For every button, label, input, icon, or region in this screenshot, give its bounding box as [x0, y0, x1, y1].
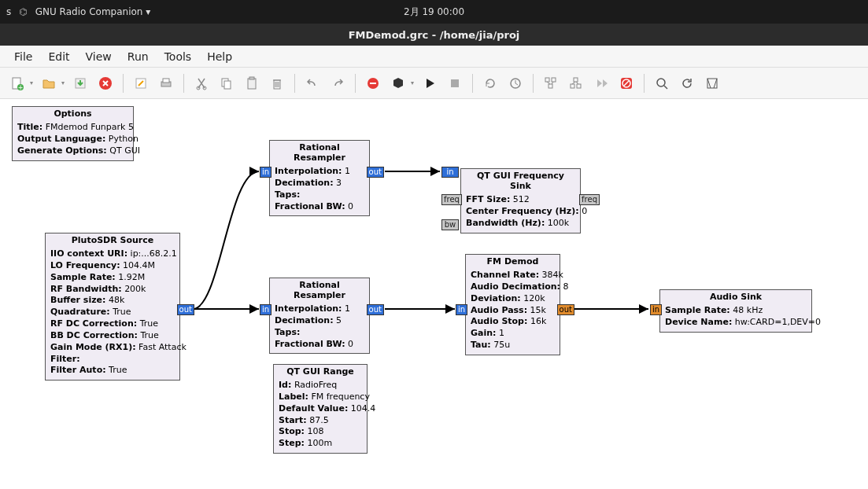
svg-rect-11 [224, 81, 231, 89]
redo-button[interactable] [327, 72, 349, 94]
clock[interactable]: 2月 19 00:00 [404, 6, 464, 19]
svg-rect-28 [574, 78, 578, 82]
activities-icon[interactable]: ⌬ [19, 6, 27, 17]
qt-gui-range-block[interactable]: QT GUI Range Id: RadioFreq Label: FM fre… [273, 364, 368, 454]
edit-button[interactable] [130, 72, 152, 94]
app-menu[interactable]: GNU Radio Companion ▾ [35, 6, 151, 17]
plutosdr-source-block[interactable]: PlutoSDR Source IIO context URI: ip:...6… [45, 233, 180, 381]
refresh-button[interactable] [676, 72, 698, 94]
generate-button[interactable] [504, 72, 526, 94]
block-title: Rational Resampler [270, 141, 369, 164]
fm-demod-block[interactable]: FM Demod Channel Rate: 384k Audio Decima… [465, 254, 560, 355]
audio-sink-block[interactable]: Audio Sink Sample Rate: 48 kHz Device Na… [659, 289, 812, 333]
toolbar: + ▾ ▾ ▾ [0, 68, 868, 99]
window-title: FMDemod.grc - /home/jia/proj [0, 24, 868, 46]
blocks-button[interactable] [387, 72, 409, 94]
delete-button[interactable] [266, 72, 288, 94]
menu-file[interactable]: File [6, 47, 40, 66]
error-button[interactable] [615, 72, 637, 94]
new-dropdown-icon[interactable]: ▾ [30, 79, 33, 86]
port-freq-in[interactable]: freq [441, 194, 462, 205]
svg-rect-12 [248, 79, 256, 89]
new-button[interactable]: + [6, 72, 28, 94]
terminal-button[interactable] [701, 72, 723, 94]
menu-run[interactable]: Run [120, 47, 157, 66]
block-title: PlutoSDR Source [46, 233, 179, 247]
menu-tools[interactable]: Tools [157, 47, 200, 66]
run-button[interactable] [419, 72, 441, 94]
open-dropdown-icon[interactable]: ▾ [61, 79, 65, 86]
menubar: File Edit View Run Tools Help [0, 46, 868, 68]
copy-button[interactable] [216, 72, 238, 94]
svg-rect-7 [163, 79, 169, 83]
svg-line-37 [664, 86, 667, 89]
qt-gui-freq-sink-block[interactable]: QT GUI Frequency Sink FFT Size: 512 Cent… [460, 168, 581, 233]
disable-button[interactable] [362, 72, 384, 94]
block-title: Rational Resampler [270, 278, 369, 302]
port-out[interactable]: out [557, 304, 574, 315]
svg-rect-25 [549, 84, 552, 88]
cut-button[interactable] [190, 72, 212, 94]
flowgraph-canvas[interactable]: Options Title: FMdemod Funpark 5 Output … [0, 99, 868, 489]
hier-button-1[interactable] [540, 72, 562, 94]
svg-rect-24 [552, 78, 556, 82]
port-out[interactable]: out [367, 167, 384, 178]
svg-rect-21 [451, 79, 459, 87]
block-title: QT GUI Frequency Sink [461, 169, 580, 193]
open-button[interactable] [38, 72, 60, 94]
rational-resampler-1-block[interactable]: Rational Resampler Interpolation: 1 Deci… [269, 140, 370, 216]
svg-rect-20 [370, 83, 376, 84]
port-in[interactable]: in [260, 167, 271, 178]
svg-rect-30 [577, 84, 581, 88]
save-button[interactable] [69, 72, 91, 94]
paste-button[interactable] [241, 72, 263, 94]
svg-point-36 [657, 79, 665, 86]
port-out[interactable]: out [177, 304, 194, 315]
search-button[interactable] [651, 72, 673, 94]
stop-button[interactable] [444, 72, 466, 94]
block-title: FM Demod [466, 255, 560, 268]
port-freq-out[interactable]: freq [579, 194, 600, 205]
topbar-truncated: s [6, 6, 11, 17]
hier-button-2[interactable] [565, 72, 587, 94]
svg-text:+: + [18, 84, 24, 90]
print-button[interactable] [155, 72, 177, 94]
system-topbar: s ⌬ GNU Radio Companion ▾ 2月 19 00:00 [0, 0, 868, 24]
skip-button[interactable] [590, 72, 612, 94]
port-in[interactable]: in [650, 304, 662, 315]
port-out[interactable]: out [367, 304, 384, 315]
port-bw-in[interactable]: bw [441, 219, 459, 230]
reload-button[interactable] [479, 72, 501, 94]
options-block[interactable]: Options Title: FMdemod Funpark 5 Output … [12, 106, 134, 161]
blocks-dropdown-icon[interactable]: ▾ [411, 79, 414, 86]
close-button[interactable] [94, 72, 116, 94]
menu-edit[interactable]: Edit [40, 47, 77, 66]
block-title: Audio Sink [660, 290, 811, 303]
block-title: QT GUI Range [274, 365, 367, 378]
svg-rect-13 [249, 77, 254, 79]
port-in[interactable]: in [441, 167, 459, 178]
port-in[interactable]: in [456, 304, 467, 315]
svg-rect-29 [571, 84, 574, 88]
undo-button[interactable] [301, 72, 323, 94]
menu-help[interactable]: Help [199, 47, 240, 66]
port-in[interactable]: in [260, 304, 271, 315]
svg-rect-23 [545, 78, 549, 82]
rational-resampler-2-block[interactable]: Rational Resampler Interpolation: 1 Deci… [269, 278, 370, 354]
menu-view[interactable]: View [78, 47, 120, 66]
block-title: Options [13, 107, 133, 120]
